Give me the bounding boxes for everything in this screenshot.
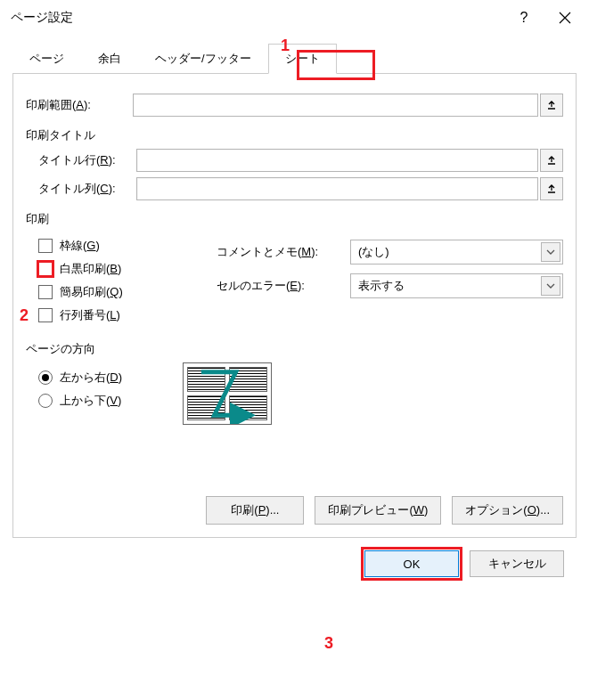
print-group-label: 印刷 <box>26 211 563 227</box>
annotation-3: 3 <box>324 634 333 653</box>
title-rows-label: タイトル行(R): <box>38 152 136 168</box>
errors-value: 表示する <box>358 278 405 294</box>
titlebar: ページ設定 ? <box>0 0 589 36</box>
print-area-row: 印刷範囲(A): <box>26 94 563 117</box>
print-area-input[interactable] <box>133 94 538 117</box>
rowcol-checkbox[interactable] <box>38 308 53 322</box>
tab-sheet[interactable]: シート <box>268 44 337 74</box>
tab-page[interactable]: ページ <box>12 44 81 74</box>
print-area-label: 印刷範囲(A): <box>26 97 133 113</box>
tab-margins[interactable]: 余白 <box>81 44 138 74</box>
gridlines-checkbox-row: 枠線(G) <box>38 238 195 254</box>
title-cols-picker-button[interactable] <box>540 177 563 200</box>
title-rows-picker-button[interactable] <box>540 149 563 172</box>
annotation-1: 1 <box>281 37 290 55</box>
bw-checkbox-row: 白黒印刷(B) <box>38 261 195 277</box>
order-ttb-label: 上から下(V) <box>60 393 121 409</box>
gridlines-label: 枠線(G) <box>60 238 100 254</box>
draft-checkbox-row: 簡易印刷(Q) <box>38 284 195 300</box>
comments-row: コメントとメモ(M): (なし) <box>217 240 563 265</box>
cancel-button[interactable]: キャンセル <box>470 550 564 577</box>
print-titles-group-label: 印刷タイトル <box>26 127 563 143</box>
comments-select[interactable]: (なし) <box>350 240 563 265</box>
rowcol-label: 行列番号(L) <box>60 307 120 323</box>
dialog-title: ページ設定 <box>11 10 503 26</box>
comments-label: コメントとメモ(M): <box>217 244 350 260</box>
bw-checkbox[interactable] <box>38 262 53 276</box>
title-cols-input[interactable] <box>136 177 538 200</box>
rowcol-checkbox-row: 行列番号(L) <box>38 307 195 323</box>
tab-strip: ページ 余白 ヘッダー/フッター シート <box>12 43 577 74</box>
title-rows-input[interactable] <box>136 149 538 172</box>
order-ltr-row: 左から右(D) <box>38 370 160 386</box>
title-rows-row: タイトル行(R): <box>26 149 563 172</box>
print-preview-button[interactable]: 印刷プレビュー(W) <box>315 496 441 525</box>
collapse-dialog-icon <box>546 155 557 166</box>
order-ttb-row: 上から下(V) <box>38 393 160 409</box>
close-button[interactable] <box>544 0 585 36</box>
title-cols-row: タイトル列(C): <box>26 177 563 200</box>
order-ltr-radio[interactable] <box>38 370 53 385</box>
title-cols-label: タイトル列(C): <box>38 181 136 197</box>
draft-label: 簡易印刷(Q) <box>60 284 123 300</box>
close-icon <box>559 12 571 24</box>
page-order-group-label: ページの方向 <box>26 341 563 357</box>
page-order-diagram <box>183 362 272 425</box>
sheet-panel: 印刷範囲(A): 印刷タイトル タイトル行(R): <box>12 74 577 538</box>
bw-label: 白黒印刷(B) <box>60 261 121 277</box>
collapse-dialog-icon <box>546 100 557 110</box>
annotation-2: 2 <box>20 306 29 325</box>
errors-row: セルのエラー(E): 表示する <box>217 273 563 298</box>
gridlines-checkbox[interactable] <box>38 239 53 253</box>
collapse-dialog-icon <box>546 183 557 194</box>
options-button[interactable]: オプション(O)... <box>452 496 563 525</box>
chevron-down-icon <box>541 242 560 262</box>
chevron-down-icon <box>541 276 560 296</box>
errors-select[interactable]: 表示する <box>350 273 563 298</box>
errors-label: セルのエラー(E): <box>217 278 350 294</box>
order-ltr-label: 左から右(D) <box>60 370 122 386</box>
order-ttb-radio[interactable] <box>38 394 53 408</box>
print-area-picker-button[interactable] <box>540 94 563 117</box>
ok-button[interactable]: OK <box>364 550 459 577</box>
tab-header-footer[interactable]: ヘッダー/フッター <box>138 44 268 74</box>
print-button[interactable]: 印刷(P)... <box>206 496 304 525</box>
draft-checkbox[interactable] <box>38 285 53 299</box>
comments-value: (なし) <box>358 244 389 260</box>
help-button[interactable]: ? <box>503 0 544 36</box>
